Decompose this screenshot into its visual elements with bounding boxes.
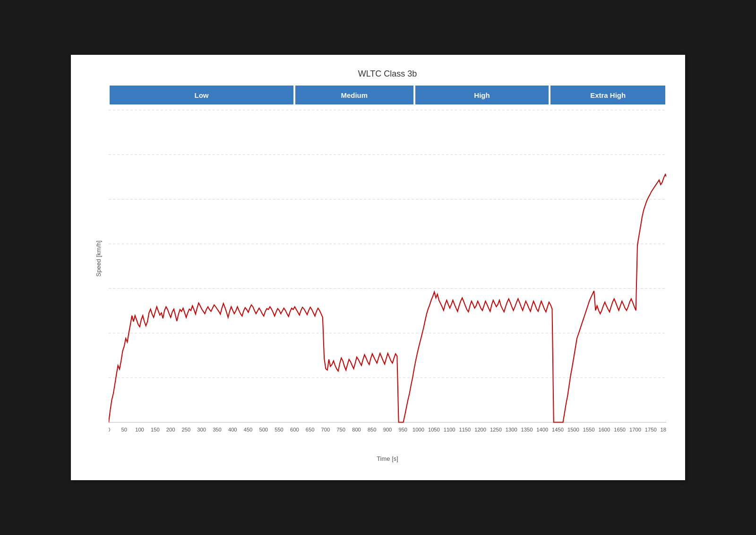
svg-text:1100: 1100 <box>444 427 455 432</box>
svg-text:1050: 1050 <box>428 427 440 432</box>
svg-text:1500: 1500 <box>567 427 579 432</box>
svg-text:50: 50 <box>121 427 127 432</box>
phase-high: High <box>414 85 550 105</box>
svg-text:1350: 1350 <box>521 427 533 432</box>
chart-area: Speed [km/h] Time [s] 0 20 40 60 80 100 … <box>109 105 666 441</box>
svg-text:950: 950 <box>398 427 407 432</box>
svg-text:1700: 1700 <box>629 427 641 432</box>
phase-medium: Medium <box>294 85 414 105</box>
svg-text:850: 850 <box>368 427 377 432</box>
svg-text:750: 750 <box>336 427 345 432</box>
svg-text:700: 700 <box>321 427 330 432</box>
chart-title: WLTC Class 3b <box>109 69 666 79</box>
svg-text:550: 550 <box>275 427 284 432</box>
x-axis-label: Time [s] <box>377 455 398 462</box>
svg-text:1800: 1800 <box>661 427 666 432</box>
svg-text:300: 300 <box>197 427 206 432</box>
svg-text:1750: 1750 <box>645 427 657 432</box>
svg-text:1300: 1300 <box>506 427 517 432</box>
svg-text:1550: 1550 <box>583 427 595 432</box>
svg-text:1250: 1250 <box>490 427 502 432</box>
svg-text:600: 600 <box>290 427 299 432</box>
svg-text:1650: 1650 <box>614 427 626 432</box>
svg-text:1150: 1150 <box>459 427 471 432</box>
svg-text:1400: 1400 <box>536 427 548 432</box>
svg-text:0: 0 <box>109 427 110 432</box>
svg-text:1600: 1600 <box>598 427 610 432</box>
speed-line <box>109 129 666 422</box>
chart-container: WLTC Class 3b Low Medium High Extra High… <box>71 55 685 480</box>
svg-text:800: 800 <box>352 427 361 432</box>
svg-text:1450: 1450 <box>552 427 564 432</box>
svg-text:150: 150 <box>151 427 160 432</box>
svg-text:100: 100 <box>135 427 144 432</box>
svg-text:500: 500 <box>259 427 268 432</box>
svg-text:350: 350 <box>213 427 222 432</box>
svg-text:650: 650 <box>306 427 315 432</box>
svg-text:450: 450 <box>244 427 253 432</box>
svg-text:900: 900 <box>383 427 392 432</box>
phase-labels: Low Medium High Extra High <box>109 85 666 105</box>
svg-text:250: 250 <box>182 427 191 432</box>
svg-text:200: 200 <box>166 427 175 432</box>
phase-extrahigh: Extra High <box>550 85 666 105</box>
speed-chart: 0 20 40 60 80 100 120 140 0 50 100 150 2… <box>109 105 666 441</box>
svg-text:1000: 1000 <box>412 427 424 432</box>
phase-low: Low <box>109 85 294 105</box>
svg-text:400: 400 <box>228 427 237 432</box>
svg-text:1200: 1200 <box>474 427 486 432</box>
y-axis-label: Speed [km/h] <box>95 241 102 277</box>
